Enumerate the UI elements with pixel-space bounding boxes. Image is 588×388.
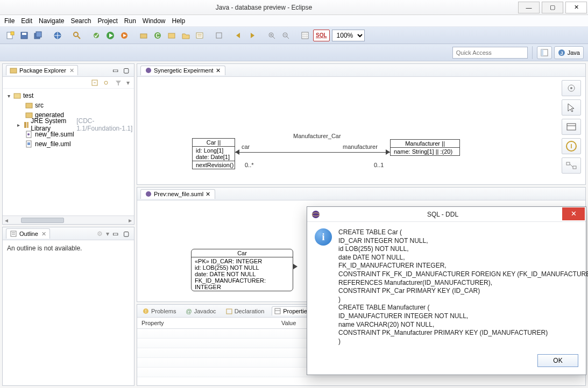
tree-item-uml[interactable]: new_file.uml	[4, 139, 133, 149]
open-task-button[interactable]	[194, 30, 206, 41]
toggle-icon[interactable]	[213, 30, 225, 41]
tab-problems[interactable]: ! Problems	[140, 307, 178, 315]
uml-file-icon	[145, 191, 152, 197]
menu-search[interactable]: Search	[70, 17, 91, 25]
menu-file[interactable]: File	[4, 17, 15, 25]
run-button[interactable]	[104, 30, 116, 41]
uml-class-manufacturer[interactable]: Manufacturer || name: String[1] || :(20)	[390, 139, 460, 156]
new-button[interactable]	[4, 30, 16, 41]
association-name: Manufacturer_Car	[293, 133, 341, 139]
close-icon[interactable]: ✕	[41, 231, 46, 238]
collapse-all-icon[interactable]	[91, 79, 98, 87]
tree-label: new_file.uml	[35, 140, 71, 148]
window-minimize-button[interactable]: —	[518, 2, 540, 13]
window-titlebar: Java - database preview - Eclipse — ▢ ✕	[0, 0, 588, 15]
project-icon	[13, 92, 21, 99]
minimize-view-icon[interactable]: ▭	[112, 230, 120, 238]
tab-label: Declaration	[235, 308, 265, 314]
diagram-canvas[interactable]: Car || id: Long[1] date: Date[1] nextRev…	[137, 77, 585, 183]
grid-icon[interactable]	[299, 30, 311, 41]
palette-gear-icon[interactable]	[562, 80, 581, 96]
menu-window[interactable]: Window	[143, 17, 166, 25]
svg-line-8	[77, 36, 80, 39]
java-perspective-button[interactable]: J Java	[554, 46, 584, 59]
search-icon[interactable]	[71, 30, 83, 41]
editor-tab-label: Synergetic Expeirment	[154, 67, 214, 74]
palette-class-tool[interactable]	[562, 119, 581, 135]
link-editor-icon[interactable]	[103, 79, 110, 87]
window-title: Java - database preview - Eclipse	[11, 4, 517, 11]
sql-button[interactable]: SQL	[313, 30, 330, 41]
preview-table-car[interactable]: Car «PK» ID_CAR: INTEGER id: LOB(255) NO…	[191, 249, 293, 291]
uml-association-line[interactable]	[235, 152, 390, 153]
uml-class-car[interactable]: Car || id: Long[1] date: Date[1] nextRev…	[192, 138, 235, 169]
quick-access-input[interactable]	[452, 47, 528, 59]
globe-icon[interactable]	[52, 30, 63, 41]
svg-rect-39	[26, 103, 32, 108]
forward-nav-button[interactable]	[246, 30, 258, 41]
horizontal-scrollbar[interactable]: ◂ ▸	[3, 215, 134, 224]
view-menu-icon[interactable]: ▾	[106, 230, 109, 238]
tree-item-src[interactable]: src	[4, 100, 133, 110]
palette-association-tool[interactable]	[562, 157, 581, 174]
maximize-view-icon[interactable]: ▢	[123, 67, 131, 74]
run-last-button[interactable]	[118, 30, 130, 41]
tab-javadoc[interactable]: @ Javadoc	[183, 307, 218, 315]
uml-op: nextRevision()	[196, 162, 231, 168]
window-maximize-button[interactable]: ▢	[542, 2, 563, 13]
menu-run[interactable]: Run	[124, 17, 136, 25]
open-perspective-button[interactable]	[537, 46, 552, 59]
tree-item-jre[interactable]: ▸ JRE System Library [CDC-1.1/Foundation…	[4, 120, 133, 130]
menu-project[interactable]: Project	[97, 17, 117, 25]
debug-button[interactable]	[90, 30, 102, 41]
tab-declaration[interactable]: Declaration	[224, 307, 267, 315]
editor-tab-synergetic[interactable]: Synergetic Expeirment ✕	[140, 66, 225, 75]
new-class-button[interactable]: C	[152, 30, 164, 41]
association-role-right: manufacturer	[343, 143, 378, 150]
window-close-button[interactable]: ✕	[565, 2, 587, 13]
ok-button[interactable]: OK	[537, 354, 578, 367]
save-all-button[interactable]	[32, 30, 44, 41]
view-menu-icon[interactable]: ▾	[126, 79, 130, 87]
javadoc-icon: @	[186, 308, 192, 314]
package-explorer-view: Package Explorer ✕ ▭ ▢ ▾ ▾ test	[2, 63, 134, 225]
preview-col: date: DATE NOT NULL	[195, 271, 289, 277]
svg-rect-59	[573, 166, 576, 169]
svg-marker-21	[251, 33, 254, 38]
new-package-button[interactable]	[138, 30, 150, 41]
properties-icon	[274, 308, 281, 314]
back-nav-button[interactable]	[232, 30, 244, 41]
svg-line-23	[273, 37, 275, 39]
zoom-select[interactable]: 100%	[332, 30, 365, 41]
editor-tab-preview[interactable]: Prev:new_file.suml ✕	[140, 189, 215, 199]
close-icon[interactable]: ✕	[216, 67, 221, 74]
palette-select-tool[interactable]	[562, 99, 581, 116]
filter-icon[interactable]	[115, 79, 122, 87]
uml-attr: date: Date[1]	[196, 154, 231, 160]
twisty-icon[interactable]: ▾	[6, 93, 11, 99]
svg-text:I: I	[570, 143, 572, 149]
tree-project[interactable]: ▾ test	[4, 91, 133, 100]
maximize-view-icon[interactable]: ▢	[123, 230, 131, 238]
menu-navigate[interactable]: Navigate	[39, 17, 64, 25]
zoom-in-icon[interactable]	[266, 30, 278, 41]
outline-tab[interactable]: Outline ✕	[6, 228, 50, 239]
folder-icon	[25, 102, 33, 109]
close-icon[interactable]: ✕	[69, 67, 74, 74]
minimize-view-icon[interactable]: ▭	[112, 67, 120, 74]
zoom-out-icon[interactable]	[280, 30, 292, 41]
file-icon	[25, 131, 33, 138]
svg-rect-3	[22, 33, 26, 35]
association-mult-left: 0..*	[245, 162, 254, 168]
menu-edit[interactable]: Edit	[21, 17, 32, 25]
open-type-button[interactable]	[166, 30, 178, 41]
twisty-icon[interactable]: ▸	[17, 122, 21, 128]
package-explorer-tab[interactable]: Package Explorer ✕	[6, 65, 78, 75]
dialog-close-button[interactable]: ✕	[562, 207, 585, 220]
open-folder-button[interactable]	[180, 30, 192, 41]
close-icon[interactable]: ✕	[206, 191, 210, 198]
save-button[interactable]	[18, 30, 30, 41]
menu-help[interactable]: Help	[172, 17, 186, 25]
outline-options-icon[interactable]: ⚙	[97, 230, 103, 238]
palette-interface-tool[interactable]: I	[562, 138, 581, 154]
